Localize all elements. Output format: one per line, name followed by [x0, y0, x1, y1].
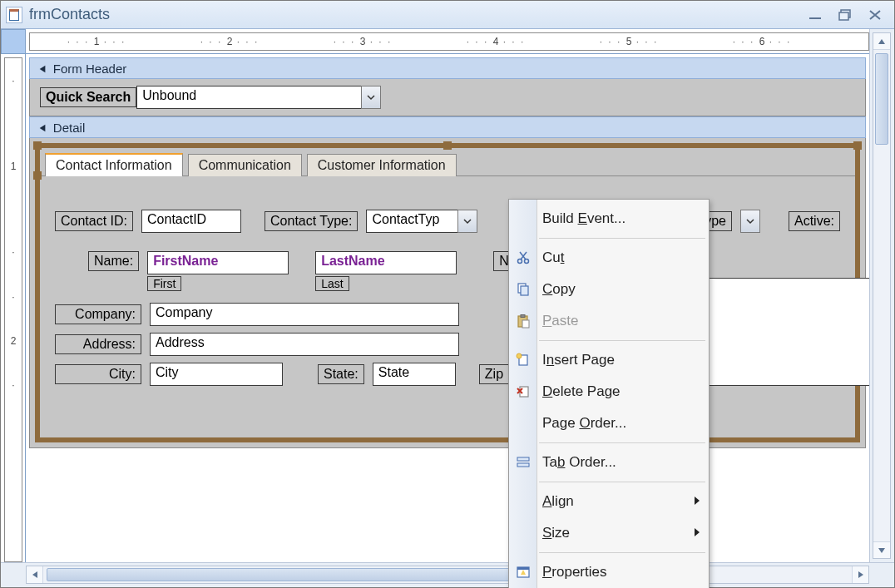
contact-id-label[interactable]: Contact ID:: [55, 211, 133, 231]
first-sublabel[interactable]: First: [147, 276, 181, 291]
chevron-down-icon: [366, 92, 376, 102]
minimize-button[interactable]: [804, 6, 826, 24]
tab-customer-information[interactable]: Customer Information: [307, 154, 457, 176]
menu-separator: [539, 442, 705, 443]
company-label[interactable]: Company:: [55, 304, 141, 324]
contact-type-label[interactable]: Contact Type:: [265, 211, 358, 231]
menu-page-order[interactable]: Page Order...: [509, 408, 709, 439]
city-label[interactable]: City:: [55, 364, 141, 384]
tab-communication[interactable]: Communication: [188, 154, 302, 176]
ruler-tick: 5: [562, 36, 695, 47]
city-field[interactable]: City: [150, 363, 283, 386]
ruler-tick: 1: [30, 36, 163, 47]
design-canvas[interactable]: ◄ Form Header Quick Search Unbound: [26, 54, 869, 562]
section-band-detail[interactable]: ◄ Detail: [29, 116, 866, 138]
ruler-tick: 2: [5, 274, 22, 408]
quick-search-combo[interactable]: Unbound: [136, 86, 381, 109]
dropdown-button[interactable]: [740, 210, 760, 233]
scroll-left-arrow-icon[interactable]: [27, 566, 43, 583]
menu-build-event[interactable]: Build Event...: [509, 203, 709, 235]
form-selector[interactable]: [1, 29, 26, 54]
bottom-scroll-area: [1, 562, 894, 587]
chevron-down-icon: [745, 216, 755, 226]
dropdown-button[interactable]: [457, 210, 477, 233]
selection-handle[interactable]: [33, 171, 42, 180]
section-title: Form Header: [53, 62, 126, 76]
close-button[interactable]: [864, 6, 886, 24]
section-band-form-header[interactable]: ◄ Form Header: [29, 57, 866, 79]
first-name-field[interactable]: FirstName: [147, 251, 289, 274]
menu-align[interactable]: Align: [509, 486, 709, 517]
scissors-icon: [514, 249, 532, 267]
contact-type-combo[interactable]: ContactTyp: [366, 210, 477, 233]
horizontal-scrollbar[interactable]: [26, 566, 869, 584]
name-label[interactable]: Name:: [88, 251, 139, 271]
ruler-tick: 6: [695, 36, 828, 47]
contact-type-value[interactable]: ContactTyp: [366, 210, 457, 233]
ruler-tick: 3: [296, 36, 429, 47]
tab-content: Contact ID: ContactID Contact Type: Cont…: [40, 176, 855, 408]
contact-id-field[interactable]: ContactID: [141, 210, 241, 233]
ruler-horizontal[interactable]: 1 2 3 4 5 6: [29, 32, 869, 51]
active-label[interactable]: Active:: [789, 211, 840, 231]
section-arrow-icon: ◄: [37, 62, 47, 75]
section-arrow-icon: ◄: [37, 121, 47, 134]
menu-cut[interactable]: Cut: [509, 242, 709, 274]
properties-icon: [514, 563, 532, 581]
chevron-down-icon: [462, 216, 472, 226]
ruler-tick: 4: [429, 36, 562, 47]
state-field[interactable]: State: [373, 363, 456, 386]
notes-textbox[interactable]: [689, 278, 869, 386]
zip-label[interactable]: Zip: [479, 364, 508, 384]
dropdown-button[interactable]: [361, 86, 381, 109]
menu-separator: [539, 340, 705, 341]
menu-copy[interactable]: Copy: [509, 274, 709, 305]
menu-properties[interactable]: Properties: [509, 556, 709, 588]
quick-search-label[interactable]: Quick Search: [40, 87, 136, 107]
ruler-vertical[interactable]: 1 2: [4, 57, 22, 562]
menu-delete-page[interactable]: Delete Page: [509, 376, 709, 408]
svg-rect-14: [517, 463, 529, 467]
restore-button[interactable]: [834, 6, 856, 24]
scroll-thumb[interactable]: [875, 53, 888, 145]
scroll-right-arrow-icon[interactable]: [852, 566, 868, 583]
company-field[interactable]: Company: [150, 303, 459, 326]
vertical-scrollbar[interactable]: [873, 32, 891, 559]
submenu-arrow-icon: [694, 493, 700, 510]
state-label[interactable]: State:: [318, 364, 364, 384]
paste-icon: [514, 312, 532, 330]
selection-handle[interactable]: [33, 141, 42, 150]
new-page-icon: [514, 351, 532, 369]
ruler-vertical-wrap: 1 2: [1, 54, 26, 562]
menu-paste: Paste: [509, 305, 709, 337]
delete-page-icon: [514, 383, 532, 401]
selection-handle[interactable]: [443, 141, 452, 150]
section-title: Detail: [53, 121, 85, 135]
menu-tab-order[interactable]: Tab Order...: [509, 447, 709, 478]
tabs-row: Contact Information Communication Custom…: [40, 148, 855, 176]
last-sublabel[interactable]: Last: [315, 276, 349, 291]
selection-handle[interactable]: [853, 141, 862, 150]
last-name-field[interactable]: LastName: [315, 251, 457, 274]
svg-rect-0: [809, 17, 821, 19]
tab-control[interactable]: Contact Information Communication Custom…: [35, 143, 860, 442]
svg-rect-6: [521, 286, 528, 295]
svg-rect-2: [839, 12, 848, 20]
address-label[interactable]: Address:: [55, 334, 141, 354]
menu-separator: [539, 482, 705, 482]
titlebar: frmContacts: [1, 1, 894, 29]
menu-separator: [539, 552, 705, 553]
scroll-up-arrow-icon[interactable]: [873, 33, 890, 50]
ruler-horizontal-wrap: 1 2 3 4 5 6: [26, 29, 869, 54]
scroll-thumb[interactable]: [47, 568, 546, 581]
form-header-body: Quick Search Unbound: [29, 79, 866, 116]
quick-search-value[interactable]: Unbound: [136, 86, 361, 109]
menu-insert-page[interactable]: Insert Page: [509, 344, 709, 376]
svg-rect-16: [517, 567, 529, 570]
svg-rect-8: [521, 315, 525, 318]
tab-contact-information[interactable]: Contact Information: [45, 153, 183, 176]
svg-rect-13: [517, 457, 529, 461]
scroll-down-arrow-icon[interactable]: [873, 541, 890, 558]
address-field[interactable]: Address: [150, 333, 459, 356]
menu-size[interactable]: Size: [509, 517, 709, 549]
